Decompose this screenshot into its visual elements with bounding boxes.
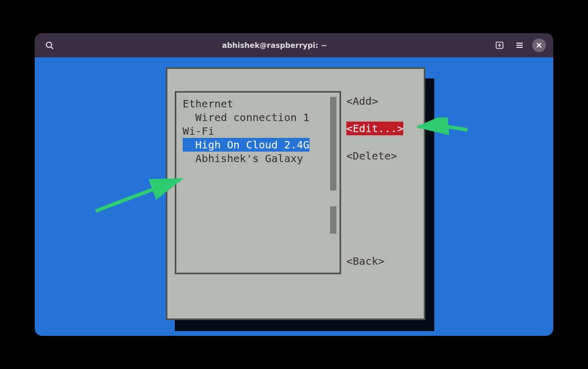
search-icon[interactable] [42,38,57,53]
nmtui-dialog: Ethernet Wired connection 1 Wi-Fi High O… [166,67,425,320]
svg-point-0 [46,42,52,47]
new-tab-icon[interactable] [492,38,507,53]
hamburger-menu-icon[interactable] [512,38,527,53]
titlebar: abhishek@raspberrypi: ~ [35,33,553,57]
scrollbar[interactable] [330,97,336,268]
list-item[interactable]: Wired connection 1 [183,111,336,124]
window-title: abhishek@raspberrypi: ~ [57,41,492,49]
wifi-category: Wi-Fi [183,124,336,138]
terminal-window: abhishek@raspberrypi: ~ [35,33,553,336]
list-item[interactable]: Abhishek's Galaxy [183,152,336,165]
dialog-actions: <Add> <Edit...> <Delete> <Back> [346,94,418,314]
back-button[interactable]: <Back> [346,254,384,268]
terminal-body: Ethernet Wired connection 1 Wi-Fi High O… [35,57,553,336]
edit-button[interactable]: <Edit...> [346,122,403,135]
list-item[interactable]: High On Cloud 2.4G [183,138,310,152]
close-icon[interactable] [532,38,546,52]
connection-list[interactable]: Ethernet Wired connection 1 Wi-Fi High O… [175,91,341,274]
ethernet-category: Ethernet [183,97,336,111]
svg-line-1 [51,47,53,49]
scroll-thumb[interactable] [330,97,336,191]
delete-button[interactable]: <Delete> [346,149,397,163]
scroll-thumb[interactable] [330,206,336,234]
add-button[interactable]: <Add> [346,94,378,108]
